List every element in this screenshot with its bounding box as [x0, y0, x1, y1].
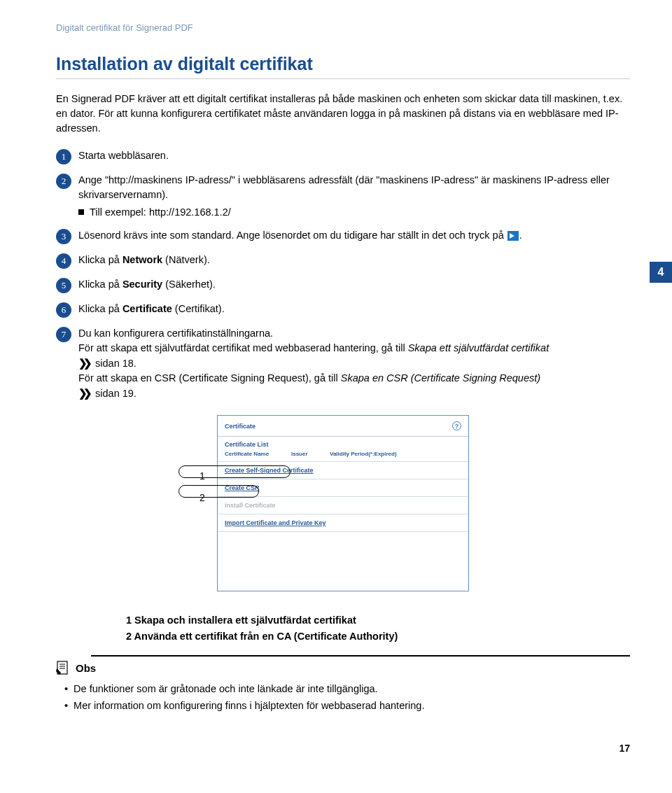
- page-title: Installation av digitalt certifikat: [56, 54, 630, 79]
- step-7: 7 Du kan konfigurera certifikatinställni…: [56, 326, 630, 401]
- step-number: 3: [56, 229, 71, 244]
- col-name: Certificate Name: [225, 451, 291, 457]
- row-empty: [218, 531, 468, 549]
- step-text: Ange "http://maskinens IP-adress/" i web…: [78, 174, 610, 200]
- note-item: De funktioner som är gråtonade och inte …: [64, 680, 630, 698]
- row-import-certificate: Import Certificate and Private Key: [218, 514, 468, 531]
- step-2: 2 Ange "http://maskinens IP-adress/" i w…: [56, 173, 630, 220]
- figure-legend: 1 Skapa och installera ett självutfärdat…: [126, 612, 630, 645]
- col-issuer: Issuer: [291, 451, 330, 457]
- step-number: 5: [56, 278, 71, 293]
- step-body: Lösenord krävs inte som standard. Ange l…: [78, 228, 630, 243]
- step-number: 4: [56, 253, 71, 269]
- step-body: Du kan konfigurera certifikatinställning…: [78, 326, 630, 401]
- step-body: Klicka på Certificate (Certifikat).: [78, 302, 630, 316]
- note-item: Mer information om konfigurering finns i…: [64, 697, 630, 715]
- step-line: För att skapa ett självutfärdat certifik…: [78, 342, 408, 353]
- step-text: (Nätverk).: [162, 254, 210, 265]
- step-bold: Certificate: [122, 303, 172, 314]
- step-sub-text: Till exempel: http://192.168.1.2/: [90, 205, 231, 220]
- note-icon: [56, 661, 70, 676]
- step-bold: Network: [122, 254, 162, 265]
- note-block: Obs De funktioner som är gråtonade och i…: [91, 655, 630, 715]
- panel-header: Certificate ?: [218, 416, 468, 437]
- submit-arrow-icon: [507, 231, 519, 241]
- note-heading: Obs: [56, 661, 630, 676]
- step-line: sidan 19.: [92, 388, 136, 399]
- step-line: sidan 18.: [92, 358, 136, 369]
- step-1: 1 Starta webbläsaren.: [56, 148, 630, 164]
- step-text: Klicka på: [78, 254, 122, 265]
- step-number: 2: [56, 174, 71, 189]
- step-em: Skapa ett självutfärdat certifikat: [408, 342, 550, 353]
- square-bullet-icon: [78, 209, 84, 215]
- step-text: Lösenord krävs inte som standard. Ange l…: [78, 230, 507, 241]
- step-body: Klicka på Security (Säkerhet).: [78, 277, 630, 292]
- step-6: 6 Klicka på Certificate (Certifikat).: [56, 302, 630, 318]
- step-text: Klicka på: [78, 303, 122, 314]
- panel-title: Certificate: [225, 423, 255, 430]
- double-chevron-icon: ❯❯: [78, 357, 92, 369]
- step-bold: Security: [122, 279, 162, 290]
- callout-ring-1: [178, 465, 290, 478]
- step-body: Starta webbläsaren.: [78, 148, 630, 163]
- intro-paragraph: En Signerad PDF kräver att ett digitalt …: [56, 92, 630, 136]
- legend-item-1: 1 Skapa och installera ett självutfärdat…: [126, 612, 630, 629]
- callout-ring-2: [178, 485, 259, 498]
- step-text: .: [519, 230, 522, 241]
- certificate-figure: 1 2 Certificate ? Certificate List Certi…: [56, 415, 630, 591]
- step-sub-bullet: Till exempel: http://192.168.1.2/: [78, 205, 630, 220]
- step-number: 1: [56, 149, 71, 164]
- step-body: Ange "http://maskinens IP-adress/" i web…: [78, 173, 630, 220]
- step-number: 6: [56, 302, 71, 318]
- step-line: Du kan konfigurera certifikatinställning…: [78, 328, 273, 339]
- section-badge: 4: [650, 262, 672, 283]
- legend-item-2: 2 Använda ett certifikat från en CA (Cer…: [126, 629, 630, 645]
- step-line: För att skapa en CSR (Certificate Signin…: [78, 372, 341, 384]
- disabled-install-certificate: Install Certificate: [225, 502, 276, 509]
- note-items: De funktioner som är gråtonade och inte …: [64, 680, 630, 715]
- step-text: (Säkerhet).: [162, 279, 216, 290]
- link-import-certificate[interactable]: Import Certificate and Private Key: [225, 519, 326, 526]
- step-list: 1 Starta webbläsaren. 2 Ange "http://mas…: [56, 148, 630, 401]
- panel-columns: Certificate Name Issuer Validity Period(…: [218, 448, 468, 461]
- page-header: Digitalt certifikat för Signerad PDF: [56, 22, 630, 33]
- step-4: 4 Klicka på Network (Nätverk).: [56, 253, 630, 269]
- step-3: 3 Lösenord krävs inte som standard. Ange…: [56, 228, 630, 244]
- certificate-panel: Certificate ? Certificate List Certifica…: [217, 415, 469, 591]
- col-validity: Validity Period(*:Expired): [330, 451, 397, 457]
- step-number: 7: [56, 327, 71, 342]
- page-number: 17: [56, 743, 630, 754]
- step-em: Skapa en CSR (Certificate Signing Reques…: [341, 372, 540, 384]
- step-text: (Certifikat).: [172, 303, 225, 314]
- help-icon[interactable]: ?: [452, 421, 461, 430]
- double-chevron-icon: ❯❯: [78, 387, 92, 399]
- panel-subtitle: Certificate List: [218, 437, 468, 448]
- step-5: 5 Klicka på Security (Säkerhet).: [56, 277, 630, 293]
- step-body: Klicka på Network (Nätverk).: [78, 253, 630, 267]
- note-heading-text: Obs: [76, 662, 96, 674]
- row-install-certificate: Install Certificate: [218, 496, 468, 514]
- step-text: Klicka på: [78, 279, 122, 290]
